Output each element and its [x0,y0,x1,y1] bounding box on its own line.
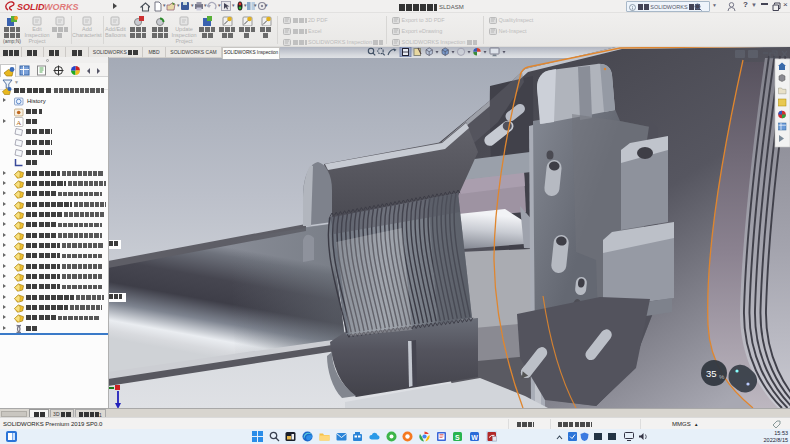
svg-text:35: 35 [706,368,717,379]
svg-text:W: W [471,434,478,441]
svg-text:A: A [16,118,21,126]
svg-text:S: S [455,434,460,441]
svg-text:%: % [719,374,725,380]
svg-text:SOLID: SOLID [17,2,45,12]
svg-text:WORKS: WORKS [44,2,79,12]
